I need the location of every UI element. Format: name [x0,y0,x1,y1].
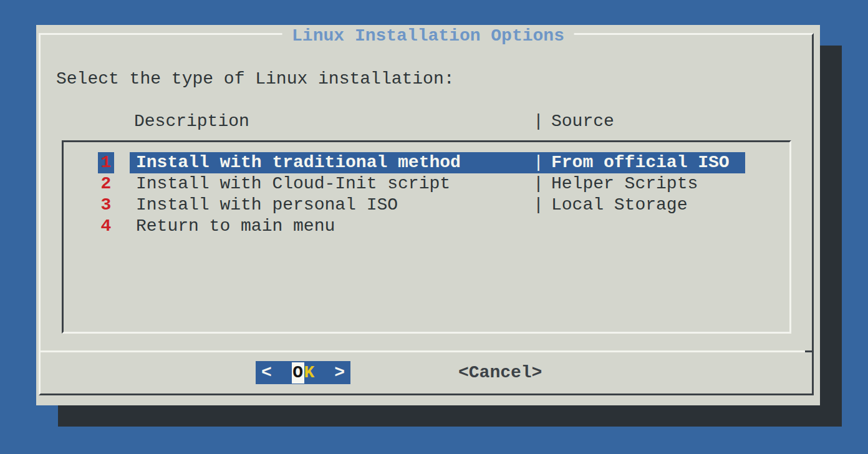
menu-item-2[interactable]: 2 Install with Cloud-Init script | Helpe… [64,173,789,195]
terminal-screen: Linux Installation Options Select the ty… [0,0,868,454]
column-header-source: Source [551,111,614,132]
menu-rows: 1 Install with traditional method | From… [64,142,789,332]
dialog-title: Linux Installation Options [282,26,574,47]
menu-item-1[interactable]: 1 Install with traditional method | From… [64,152,789,173]
menu-item-3-number: 3 [98,195,114,216]
menu-listbox: 1 Install with traditional method | From… [62,140,791,334]
menu-item-1-number: 1 [98,152,114,173]
menu-item-3[interactable]: 3 Install with personal ISO | Local Stor… [64,195,789,216]
button-area-separator-end-cap [805,350,814,352]
terminal-cursor: O [292,362,304,384]
button-area-separator-line [39,350,814,352]
cancel-button[interactable]: <Cancel> [458,361,542,384]
menu-item-1-description: Install with traditional method [136,152,461,173]
menu-item-1-separator: | [533,152,544,173]
menu-item-4-description: Return to main menu [136,216,335,237]
menu-item-1-source: From official ISO [551,152,730,173]
menu-item-4[interactable]: 4 Return to main menu [64,216,789,237]
ok-button-label: OK [292,362,315,384]
message-text: Select the type of Linux installation: [56,69,455,90]
ok-button-close-angle: > [334,362,345,384]
menu-item-3-description: Install with personal ISO [136,195,398,216]
menu-item-3-separator: | [533,195,544,216]
ok-button-open-angle: < [261,362,272,384]
menu-item-4-number: 4 [98,216,114,237]
menu-item-2-description: Install with Cloud-Init script [136,173,450,195]
dialog-window: Linux Installation Options Select the ty… [36,25,820,405]
menu-item-2-source: Helper Scripts [551,173,698,195]
ok-button-label-rest: K [304,362,315,384]
column-separator-header: | [533,111,544,132]
ok-button[interactable]: < OK > [256,361,350,384]
menu-item-2-number: 2 [98,173,114,195]
menu-item-3-source: Local Storage [551,195,687,216]
column-headers: Description | Source [36,111,820,132]
column-header-description: Description [134,111,249,132]
menu-item-2-separator: | [533,173,544,195]
